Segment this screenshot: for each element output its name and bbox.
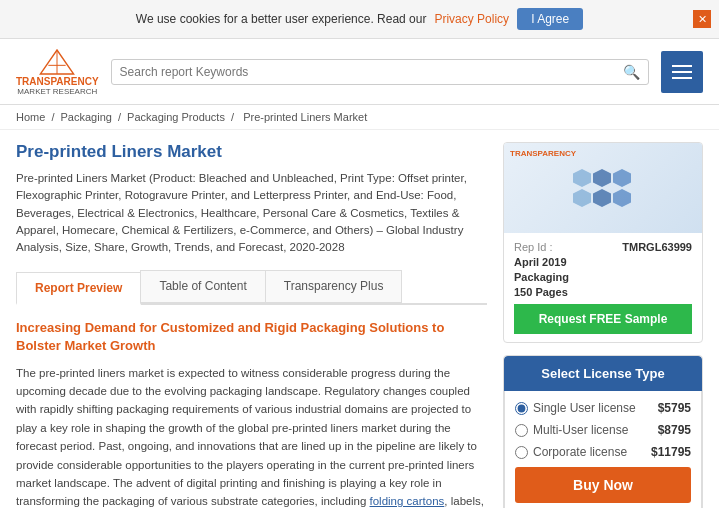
logo-sub: MARKET RESEARCH xyxy=(17,87,97,96)
menu-icon-line2 xyxy=(672,71,692,73)
cookie-banner: We use cookies for a better user experie… xyxy=(0,0,719,39)
cookie-agree-button[interactable]: I Agree xyxy=(517,8,583,30)
logo-svg xyxy=(37,47,77,77)
hex-decoration xyxy=(573,169,633,207)
product-meta: Rep Id : TMRGL63999 April 2019 Packaging… xyxy=(504,233,702,342)
menu-button[interactable] xyxy=(661,51,703,93)
product-card: TRANSPARENCY Rep Id : TMRGL63999 April 2… xyxy=(503,142,703,343)
license-label-corporate: Corporate license xyxy=(533,445,627,459)
license-option-multi: Multi-User license $8795 xyxy=(515,423,691,437)
tabs: Report Preview Table of Content Transpar… xyxy=(16,270,487,305)
license-label-single: Single User license xyxy=(533,401,636,415)
license-section: Select License Type Single User license … xyxy=(503,355,703,508)
tab-table-of-content[interactable]: Table of Content xyxy=(140,270,265,303)
license-option-single: Single User license $5795 xyxy=(515,401,691,415)
license-label-multi: Multi-User license xyxy=(533,423,628,437)
license-price-multi: $8795 xyxy=(658,423,691,437)
license-radio-single[interactable] xyxy=(515,402,528,415)
product-logo-small: TRANSPARENCY xyxy=(510,149,576,158)
breadcrumb-packaging-products[interactable]: Packaging Products xyxy=(127,111,225,123)
left-column: Pre-printed Liners Market Pre-printed Li… xyxy=(16,142,487,508)
search-box: 🔍 xyxy=(111,59,649,85)
rep-id-row: Rep Id : TMRGL63999 xyxy=(514,241,692,253)
breadcrumb-current: Pre-printed Liners Market xyxy=(243,111,367,123)
main-content: Pre-printed Liners Market Pre-printed Li… xyxy=(0,130,719,508)
folding-cartons-link[interactable]: folding cartons xyxy=(370,495,445,507)
license-radio-multi[interactable] xyxy=(515,424,528,437)
logo-text: TRANSPARENCY xyxy=(16,77,99,87)
menu-icon-line1 xyxy=(672,65,692,67)
license-price-corporate: $11795 xyxy=(651,445,691,459)
pages-value: 150 Pages xyxy=(514,286,568,298)
cookie-close-button[interactable]: ✕ xyxy=(693,10,711,28)
breadcrumb-packaging[interactable]: Packaging xyxy=(61,111,112,123)
license-title: Select License Type xyxy=(504,356,702,391)
header: TRANSPARENCY MARKET RESEARCH 🔍 xyxy=(0,39,719,105)
license-option-corporate: Corporate license $11795 xyxy=(515,445,691,459)
content-heading: Increasing Demand for Customized and Rig… xyxy=(16,319,487,355)
category-value: Packaging xyxy=(514,271,569,283)
tab-transparency-plus[interactable]: Transparency Plus xyxy=(265,270,403,303)
page-description: Pre-printed Liners Market (Product: Blea… xyxy=(16,170,487,256)
category-row: Packaging xyxy=(514,271,692,283)
product-image: TRANSPARENCY xyxy=(504,143,702,233)
request-sample-button[interactable]: Request FREE Sample xyxy=(514,304,692,334)
date-row: April 2019 xyxy=(514,256,692,268)
cookie-message: We use cookies for a better user experie… xyxy=(136,12,427,26)
breadcrumb: Home / Packaging / Packaging Products / … xyxy=(0,105,719,130)
search-input[interactable] xyxy=(120,65,617,79)
search-icon[interactable]: 🔍 xyxy=(623,64,640,80)
breadcrumb-home[interactable]: Home xyxy=(16,111,45,123)
license-options: Single User license $5795 Multi-User lic… xyxy=(504,391,702,508)
license-price-single: $5795 xyxy=(658,401,691,415)
rep-id-label: Rep Id : xyxy=(514,241,553,253)
date-value: April 2019 xyxy=(514,256,567,268)
logo: TRANSPARENCY MARKET RESEARCH xyxy=(16,47,99,96)
right-column: TRANSPARENCY Rep Id : TMRGL63999 April 2… xyxy=(503,142,703,508)
license-radio-corporate[interactable] xyxy=(515,446,528,459)
tab-report-preview[interactable]: Report Preview xyxy=(16,272,141,305)
content-paragraph-1: The pre-printed liners market is expecte… xyxy=(16,364,487,508)
privacy-policy-link[interactable]: Privacy Policy xyxy=(434,12,509,26)
rep-id-value: TMRGL63999 xyxy=(622,241,692,253)
buy-now-button[interactable]: Buy Now xyxy=(515,467,691,503)
page-title: Pre-printed Liners Market xyxy=(16,142,487,162)
menu-icon-line3 xyxy=(672,77,692,79)
pages-row: 150 Pages xyxy=(514,286,692,298)
